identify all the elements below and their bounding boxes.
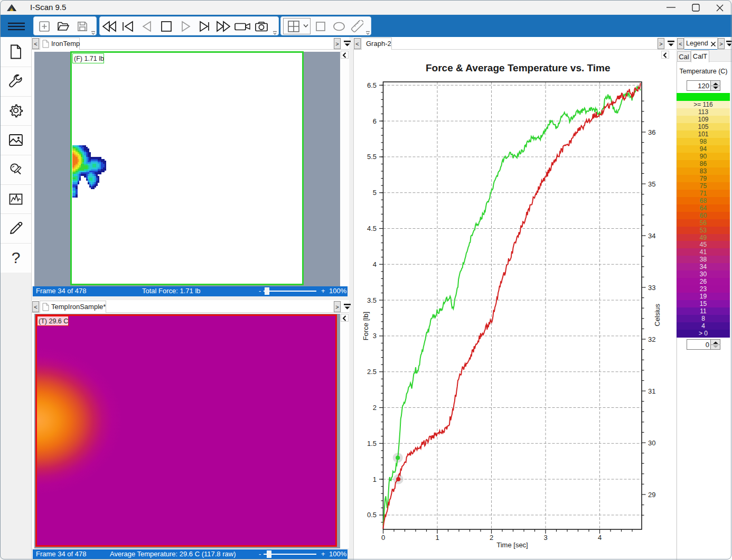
- svg-text:6.5: 6.5: [367, 81, 377, 89]
- svg-text:35: 35: [648, 180, 655, 188]
- svg-text:30: 30: [648, 439, 655, 447]
- svg-text:2.5: 2.5: [367, 368, 377, 376]
- svg-text:1.5: 1.5: [367, 440, 377, 447]
- svg-text:5: 5: [373, 189, 377, 197]
- svg-text:2: 2: [490, 534, 493, 542]
- svg-text:4: 4: [598, 534, 602, 542]
- svg-text:2: 2: [373, 404, 377, 412]
- svg-text:29: 29: [648, 491, 655, 499]
- svg-text:1: 1: [373, 475, 377, 483]
- svg-text:4.5: 4.5: [367, 225, 377, 232]
- svg-text:6: 6: [373, 117, 377, 125]
- svg-text:4: 4: [373, 260, 377, 268]
- svg-text:3.5: 3.5: [367, 296, 377, 304]
- svg-text:5.5: 5.5: [367, 153, 377, 161]
- svg-text:33: 33: [648, 284, 655, 292]
- svg-text:Force [lb]: Force [lb]: [362, 312, 370, 340]
- svg-text:0: 0: [381, 534, 385, 542]
- svg-text:3: 3: [373, 332, 377, 340]
- svg-text:34: 34: [648, 232, 655, 240]
- svg-text:1: 1: [435, 534, 439, 542]
- svg-text:3: 3: [543, 534, 547, 542]
- svg-text:Time [sec]: Time [sec]: [496, 541, 528, 549]
- svg-text:31: 31: [648, 387, 655, 395]
- svg-text:32: 32: [648, 335, 655, 343]
- svg-text:0.5: 0.5: [367, 511, 377, 519]
- svg-text:36: 36: [648, 128, 655, 136]
- svg-text:Celsius: Celsius: [653, 304, 661, 326]
